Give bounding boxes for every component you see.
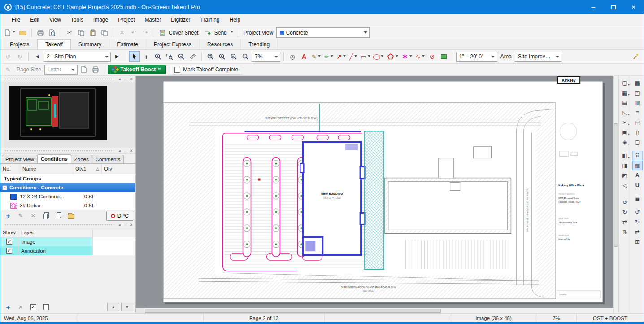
magic-wand-button[interactable] [631,51,641,62]
paste-button[interactable] [87,27,98,38]
panel-pin-button[interactable]: ─ [122,222,128,228]
panel-collapse-button[interactable]: ◂ [117,76,122,82]
cloud-dropdown[interactable] [422,55,425,58]
recenter-tool-button[interactable]: ◎ [287,51,298,62]
layer-row-annotation[interactable]: ✓ Annotation [0,246,135,255]
cut-takeoff-button[interactable]: ✂ [620,118,630,127]
zoom-increase-button[interactable] [217,51,227,62]
region-select-button[interactable]: ▢ [632,137,643,147]
asterisk-dropdown[interactable] [409,55,412,58]
mirror-button[interactable]: ◩ [620,171,630,180]
panel-close-button[interactable]: ✕ [128,76,134,82]
select-tool-button[interactable] [129,51,140,62]
edit-condition-button[interactable]: ✎ [15,211,26,221]
zoom-combo-arrow[interactable] [272,52,280,61]
zoom-out-tool-button[interactable] [176,51,187,62]
dpc-button[interactable]: DPC [106,211,133,221]
highlighter-dropdown[interactable] [331,55,333,58]
tab-projects[interactable]: Projects [2,39,37,49]
history-forward-button[interactable]: ↻ [14,51,25,62]
previous-page-button[interactable]: ◀ [32,51,43,62]
menu-view[interactable]: View [44,14,66,26]
next-page-button[interactable]: ▶ [112,51,122,62]
send-dropdown[interactable] [231,31,233,34]
tab-trending[interactable]: Trending [241,39,278,49]
zoom-extents-button[interactable] [205,51,216,62]
pencil-annotation-button[interactable]: ✎ [310,51,322,62]
area-combo[interactable]: Site Improvem [515,52,561,62]
dot-grid-toggle-button[interactable]: ⠿ [632,151,643,160]
new-document-button[interactable] [3,27,17,38]
panel-close-button[interactable]: ✕ [128,148,134,153]
new-group-button[interactable] [65,211,76,221]
callout-button[interactable]: ◁ [620,180,630,190]
expand-view-button[interactable]: ◰ [632,88,643,97]
page-thumbnail[interactable] [9,86,107,140]
menu-project[interactable]: Project [113,14,139,26]
project-view-combo[interactable]: ▦ Concrete [276,27,370,38]
asterisk-annotation-button[interactable]: ∗ [400,51,413,62]
column-header-qty[interactable]: Qty [102,164,135,174]
paste-special-button[interactable] [99,27,110,38]
drawing-hscroll-thumb[interactable] [145,309,441,313]
line-dropdown[interactable] [354,55,357,58]
ellipse-dropdown[interactable] [381,55,383,58]
tab-comments[interactable]: Comments [92,155,124,163]
project-view-combo-arrow[interactable] [361,28,369,37]
tab-summary[interactable]: Summary [71,39,109,49]
rows-view-button[interactable]: ≡ [632,108,643,117]
layer-annotation-checkbox[interactable]: ✓ [6,248,12,254]
pattern-style-button[interactable]: ▢ [620,78,630,88]
area-combo-arrow[interactable] [553,52,561,61]
menu-edit[interactable]: Edit [25,14,44,26]
measure-tool-button[interactable] [187,51,198,62]
new-page-button[interactable] [78,64,89,75]
arrow-annotation-button[interactable]: ↗ [335,51,347,62]
column-header-qty1[interactable]: Qty1△ [73,164,102,174]
drawing-vscrollbar[interactable] [613,76,618,313]
cut-button[interactable]: ✂ [64,27,75,38]
ellipse-annotation-button[interactable]: ◯ [373,51,385,62]
page-combo-arrow[interactable] [103,52,110,61]
tab-resources[interactable]: Resources [200,39,241,49]
group-row-typical-groups[interactable]: Typical Groups [0,174,135,183]
print-layout-button[interactable]: ▤ [632,118,643,127]
panel-grip[interactable] [5,150,113,151]
tab-estimate[interactable]: Estimate [109,39,146,49]
document-view-button[interactable]: ▯ [632,127,643,137]
collapse-expander-icon[interactable]: − [2,185,7,190]
rectangle-dropdown[interactable] [368,55,370,58]
delete-condition-button[interactable]: ✕ [28,211,39,221]
move-layer-up-button[interactable]: ▲ [107,303,119,311]
scale-combo[interactable]: 1" = 20' 0" [456,52,497,62]
tab-project-view[interactable]: Project View [2,155,38,163]
line-annotation-button[interactable]: ╱ [348,51,359,62]
pencil-dropdown[interactable] [318,55,321,58]
page-size-combo-arrow[interactable] [70,65,77,74]
close-button[interactable]: ✕ [623,0,644,14]
menu-training[interactable]: Training [196,14,225,26]
flip-horizontal-button[interactable]: ◧ [620,151,630,160]
pane-view-button[interactable]: ▣ [620,127,630,137]
flip-vertical-button[interactable]: ◨ [620,161,630,170]
swap-horizontal-button[interactable]: ⇄ [620,217,630,227]
panel-collapse-button[interactable]: ◂ [117,148,122,153]
zoom-actual-button[interactable] [240,51,251,62]
print-page-button[interactable] [90,64,101,75]
tab-conditions[interactable]: Conditions [37,154,71,163]
rotate-right-button[interactable]: ↻ [620,207,630,217]
highlighter-annotation-button[interactable]: ✏ [323,51,335,62]
check-all-layers-button[interactable]: ✓ [28,302,39,312]
swap-vertical-button[interactable]: ⇅ [620,227,630,236]
scale-combo-arrow[interactable] [489,52,497,61]
drawing-vscroll-thumb[interactable] [614,123,618,247]
zoom-combo[interactable]: 7% [252,52,280,62]
maximize-button[interactable] [603,0,623,14]
rotate-ccw-button[interactable]: ↺ [632,207,643,217]
image-legend-button[interactable] [439,51,449,62]
crosshair-tool-button[interactable]: + [141,51,152,62]
page-combo[interactable]: 2 - Site Plan [44,52,111,62]
polygon-dropdown[interactable] [396,55,398,58]
annotate-page-button[interactable]: ✎ [3,64,13,75]
takeoff-boost-button[interactable]: Takeoff Boost™ [108,65,166,74]
